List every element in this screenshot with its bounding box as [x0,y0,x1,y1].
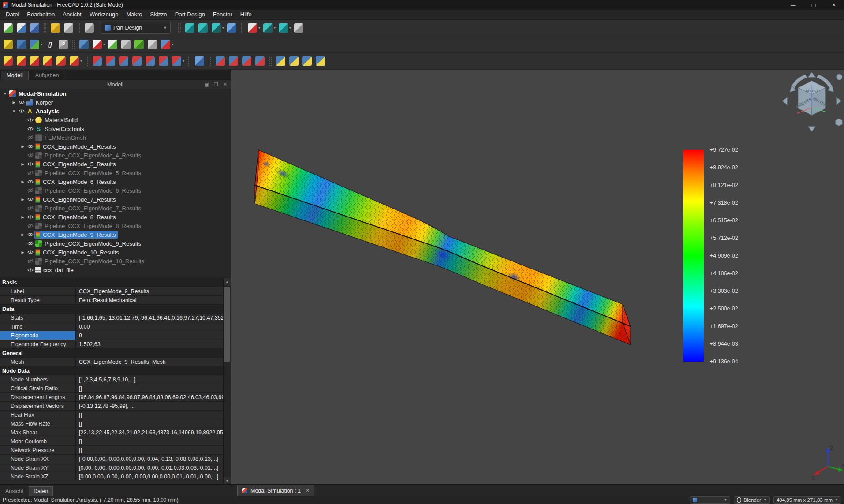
property-label[interactable]: Eigenmode [0,331,76,340]
tree-item-pipeline_ccx_eigenmode_6_results[interactable]: Pipeline_CCX_EigenMode_6_Results [0,186,231,195]
visibility-eye-icon[interactable] [17,100,26,105]
property-scrollbar[interactable]: ▲ ▼ [223,278,231,484]
tree-item-solverccxtools[interactable]: SSolverCcxTools [0,124,231,133]
visibility-eye-off-icon[interactable] [26,171,34,175]
create-body-button[interactable] [78,38,90,50]
property-label[interactable]: Displacement Lengths [0,393,76,401]
visibility-eye-icon[interactable] [17,109,26,113]
property-value[interactable]: [96.84,96.87,96.84,96.87,96.84,83.06,69.… [76,393,231,401]
property-label[interactable]: Max Shear [0,428,76,437]
cube-face-top-label[interactable]: OBEN [806,89,818,93]
panel-float-icon[interactable]: ❐ [214,82,218,87]
property-label[interactable]: Node Strain XZ [0,472,76,481]
tree-item-ccx_eigenmode_4_results[interactable]: ▶CCX_EigenMode_4_Results [0,142,231,151]
expander-icon[interactable]: ▶ [19,250,26,254]
make-link-button[interactable] [29,38,41,50]
expander-icon[interactable]: ▶ [19,233,26,237]
property-label[interactable]: Eigenmode Frequency [0,340,76,348]
property-label[interactable]: Displacement Vectors [0,402,76,410]
property-value[interactable]: [0.00,0.00,-0.00,-0.00,-0.00,0.00,0.00,0… [76,472,231,481]
property-label[interactable]: Node Strain XX [0,455,76,463]
polar-pattern-button[interactable] [301,55,313,67]
3d-viewport[interactable]: +9.727e-02+8.924e-02+8.121e-02+7.318e-02… [231,70,844,484]
new-file-button[interactable] [2,22,14,34]
menu-fenster[interactable]: Fenster [209,10,236,19]
expression-button[interactable]: {} [44,38,56,50]
unit-system-dropdown[interactable]: ▼ [690,496,730,504]
create-part-button[interactable] [2,38,14,50]
visibility-eye-icon[interactable] [26,268,34,272]
menu-makro[interactable]: Makro [122,10,146,19]
subtractive-pipe-button[interactable] [144,55,156,67]
undo-button[interactable] [49,22,61,34]
panel-close-icon[interactable]: ✕ [223,82,227,87]
visibility-eye-off-icon[interactable] [26,188,34,193]
subtractive-helix-button[interactable] [157,55,169,67]
property-label[interactable]: Network Pressure [0,446,76,454]
tree-item-ccx_eigenmode_8_results[interactable]: ▶CCX_EigenMode_8_Results [0,213,231,221]
visibility-eye-icon[interactable] [26,250,34,254]
tab-ansicht[interactable]: Ansicht [1,486,28,496]
property-value[interactable]: [] [76,411,231,419]
tree-item-ccx_dat_file[interactable]: ccx_dat_file [0,265,231,274]
zoom-tools-button[interactable] [277,22,289,34]
additive-pipe-button[interactable] [42,55,54,67]
property-value[interactable]: [] [76,446,231,454]
property-value[interactable]: [-0,13 12,78 -95,99], ... [76,402,231,410]
tree-item-pipeline_ccx_eigenmode_8_results[interactable]: Pipeline_CCX_EigenMode_8_Results [0,221,231,230]
visibility-eye-icon[interactable] [26,241,34,246]
shape-binder-button[interactable] [120,38,132,50]
visibility-eye-off-icon[interactable] [26,224,34,228]
tree-item-körper[interactable]: ▶Körper [0,98,231,107]
maximize-button[interactable]: ▢ [803,0,824,10]
hole-button[interactable] [105,55,116,67]
open-file-button[interactable] [15,22,27,34]
visibility-eye-off-icon[interactable] [26,153,34,157]
tree-item-pipeline_ccx_eigenmode_4_results[interactable]: Pipeline_CCX_EigenMode_4_Results [0,151,231,160]
dropdown-caret-icon[interactable]: ▾ [41,42,42,46]
sync-view-button[interactable] [226,22,238,34]
property-value[interactable]: 0,00 [76,322,231,331]
pad-button[interactable] [2,55,14,67]
tree-item-materialsolid[interactable]: MaterialSolid [0,116,231,124]
property-label[interactable]: Critical Strain Ratio [0,384,76,392]
fit-all-button[interactable] [184,22,196,34]
scrollbar-thumb[interactable] [224,287,230,362]
expander-icon[interactable]: ▶ [19,180,26,184]
visibility-eye-off-icon[interactable] [26,206,34,210]
validate-sketch-button[interactable] [107,38,119,50]
clone-button[interactable] [146,38,158,50]
expander-icon[interactable]: ▶ [19,162,26,166]
save-button[interactable] [29,22,41,34]
workbench-selector[interactable]: Part Design▼ [101,22,171,34]
linear-pattern-button[interactable] [288,55,300,67]
tree-item-pipeline_ccx_eigenmode_7_results[interactable]: Pipeline_CCX_EigenMode_7_Results [0,204,231,213]
property-label[interactable]: Node Numbers [0,375,76,384]
navigation-cube[interactable]: OBEN RECHTS HINTEN [780,71,844,135]
multitransform-button[interactable] [314,55,326,67]
revolution-button[interactable] [15,55,27,67]
selection-view-button[interactable] [262,22,274,34]
fem-result-model[interactable] [231,70,844,484]
tree-item-ccx_eigenmode_10_results[interactable]: ▶CCX_EigenMode_10_Results [0,248,231,257]
menu-werkzeuge[interactable]: Werkzeuge [86,10,123,19]
dropdown-caret-icon[interactable]: ▾ [274,26,276,30]
create-face-button[interactable] [133,38,145,50]
create-group-button[interactable] [15,38,27,50]
visibility-eye-icon[interactable] [26,118,34,122]
thickness-button[interactable] [254,55,266,67]
boolean-button[interactable] [194,55,205,67]
expander-icon[interactable]: ▼ [11,109,17,113]
expander-icon[interactable]: ▼ [2,92,8,96]
menu-datei[interactable]: Datei [2,10,23,19]
navigation-style-dropdown[interactable]: Blender ▼ [734,496,770,504]
property-value[interactable]: [] [76,384,231,392]
property-value[interactable]: [] [76,437,231,445]
mirrored-button[interactable] [275,55,287,67]
visibility-eye-icon[interactable] [26,197,34,202]
property-value[interactable]: [] [76,419,231,428]
visibility-eye-icon[interactable] [26,162,34,166]
redo-button[interactable] [63,22,75,34]
refresh-button[interactable] [83,22,95,34]
property-label[interactable]: Heat Flux [0,411,76,419]
